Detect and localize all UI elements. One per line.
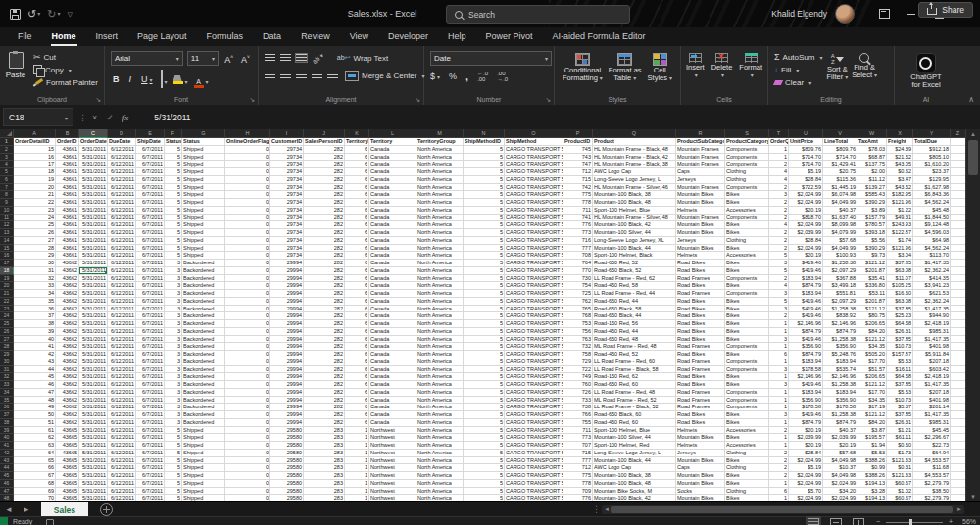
cell-Y23[interactable]: $1,417.35: [913, 306, 951, 313]
row-header-43[interactable]: 43: [0, 457, 14, 465]
cell-G48[interactable]: Shipped: [182, 495, 225, 501]
row-header-38[interactable]: 38: [0, 419, 14, 427]
cell-O21[interactable]: CARGO TRANSPORT 5: [505, 290, 564, 298]
cell-L22[interactable]: Canada: [369, 298, 416, 306]
cell-F19[interactable]: 3: [165, 275, 182, 283]
cell-H45[interactable]: 0: [225, 472, 270, 480]
cell-I18[interactable]: 29994: [270, 267, 304, 275]
cell-O16[interactable]: CARGO TRANSPORT 5: [505, 252, 564, 260]
cell-Z21[interactable]: [951, 290, 966, 298]
cell-G20[interactable]: Backordered: [182, 282, 225, 290]
cell-P8[interactable]: 775: [564, 191, 593, 199]
row-header-13[interactable]: 13: [0, 229, 14, 237]
cell-H15[interactable]: 0: [225, 245, 270, 253]
cell-O41[interactable]: CARGO TRANSPORT 5: [505, 442, 564, 450]
cell-T36[interactable]: 1: [769, 404, 789, 411]
cell-A38[interactable]: 51: [14, 419, 56, 427]
align-bottom-icon[interactable]: [296, 54, 307, 62]
cell-Y8[interactable]: $6,843.36: [913, 191, 951, 199]
cell-W10[interactable]: $3.89: [858, 207, 887, 215]
cell-Y9[interactable]: $4,562.24: [913, 199, 951, 207]
cell-Q43[interactable]: Mountain-100 Black, 44: [593, 457, 676, 465]
cell-K1[interactable]: TerritoryID: [345, 138, 369, 146]
cell-Z26[interactable]: [951, 328, 966, 336]
cell-Z40[interactable]: [951, 434, 966, 442]
cell-U11[interactable]: $818.70: [789, 215, 823, 222]
cell-J46[interactable]: 283: [304, 480, 345, 488]
cell-G1[interactable]: Status: [182, 138, 225, 146]
comma-style-button[interactable]: ,: [466, 71, 468, 82]
cell-D27[interactable]: 6/12/2011: [108, 336, 136, 344]
cell-G9[interactable]: Shipped: [182, 199, 225, 207]
cell-Y5[interactable]: $23.37: [913, 168, 951, 176]
cell-V43[interactable]: $4,049.98: [823, 457, 858, 465]
cell-S47[interactable]: Clothing: [725, 488, 769, 496]
cell-O35[interactable]: CARGO TRANSPORT 5: [505, 397, 564, 405]
cell-N29[interactable]: 5: [464, 351, 505, 358]
cell-D11[interactable]: 6/12/2011: [108, 215, 136, 222]
cell-V30[interactable]: $183.94: [823, 358, 858, 366]
cell-Z10[interactable]: [951, 207, 966, 215]
cell-R47[interactable]: Socks: [676, 488, 725, 496]
cell-W15[interactable]: $390.29: [858, 245, 887, 253]
cell-U4[interactable]: $714.70: [789, 161, 823, 168]
cell-T13[interactable]: 2: [769, 229, 789, 237]
dialog-launcher-icon[interactable]: [95, 96, 101, 103]
increase-decimal-icon[interactable]: ←.0.00: [477, 71, 488, 82]
cell-X18[interactable]: $63.08: [887, 267, 913, 275]
cell-S5[interactable]: Clothing: [725, 168, 769, 176]
cell-W45[interactable]: $388.26: [858, 472, 887, 480]
cell-Y43[interactable]: $4,553.57: [913, 457, 951, 465]
cell-E43[interactable]: 6/7/2011: [136, 457, 165, 465]
cell-V6[interactable]: $115.36: [823, 176, 858, 184]
cell-K6[interactable]: 6: [345, 176, 369, 184]
cell-Z12[interactable]: [951, 221, 966, 229]
cell-H36[interactable]: 0: [225, 404, 270, 411]
cell-V10[interactable]: $40.37: [823, 207, 858, 215]
cell-H27[interactable]: 0: [225, 336, 270, 344]
cell-B28[interactable]: 43662: [56, 343, 79, 351]
cell-H23[interactable]: 0: [225, 306, 270, 313]
cell-F25[interactable]: 3: [165, 320, 182, 328]
cell-X15[interactable]: $121.96: [887, 245, 913, 253]
fill-color-button[interactable]: [173, 71, 188, 88]
cell-A26[interactable]: 39: [14, 328, 56, 336]
cell-G6[interactable]: Shipped: [182, 176, 225, 184]
cell-O34[interactable]: CARGO TRANSPORT 5: [505, 389, 564, 397]
cell-E19[interactable]: 6/7/2011: [136, 275, 165, 283]
cell-W5[interactable]: $2.00: [858, 168, 887, 176]
cell-H28[interactable]: 0: [225, 343, 270, 351]
cell-A27[interactable]: 40: [14, 336, 56, 344]
cell-R14[interactable]: Jerseys: [676, 237, 725, 245]
cell-P47[interactable]: 709: [564, 488, 593, 496]
cell-J29[interactable]: 282: [304, 351, 345, 358]
cell-R13[interactable]: Mountain Bikes: [676, 229, 725, 237]
column-header-J[interactable]: J: [304, 129, 345, 138]
cell-S44[interactable]: Clothing: [725, 464, 769, 472]
cell-K10[interactable]: 6: [345, 207, 369, 215]
cell-H46[interactable]: 0: [225, 480, 270, 488]
cell-V35[interactable]: $356.90: [823, 397, 858, 405]
row-header-31[interactable]: 31: [0, 366, 14, 374]
cell-H25[interactable]: 0: [225, 320, 270, 328]
cell-Y1[interactable]: TotalDue: [913, 138, 951, 146]
cell-H17[interactable]: 0: [225, 260, 270, 267]
cell-Z39[interactable]: [951, 427, 966, 435]
cell-N23[interactable]: 5: [464, 306, 505, 313]
cell-A4[interactable]: 17: [14, 161, 56, 168]
cell-F23[interactable]: 3: [165, 306, 182, 313]
cell-Z28[interactable]: [951, 343, 966, 351]
cell-W35[interactable]: $34.35: [858, 397, 887, 405]
cell-G43[interactable]: Shipped: [182, 457, 225, 465]
cell-H42[interactable]: 0: [225, 450, 270, 457]
row-header-19[interactable]: 19: [0, 275, 14, 283]
cell-U25[interactable]: $2,146.96: [789, 320, 823, 328]
cell-O27[interactable]: CARGO TRANSPORT 5: [505, 336, 564, 344]
cell-F42[interactable]: 5: [165, 450, 182, 457]
cell-Y32[interactable]: $2,418.19: [913, 373, 951, 381]
cell-T6[interactable]: 4: [769, 176, 789, 184]
cell-E36[interactable]: 6/7/2011: [136, 404, 165, 411]
cell-T45[interactable]: 2: [769, 472, 789, 480]
cell-N4[interactable]: 5: [464, 161, 505, 168]
cell-D18[interactable]: 6/12/2011: [108, 267, 136, 275]
